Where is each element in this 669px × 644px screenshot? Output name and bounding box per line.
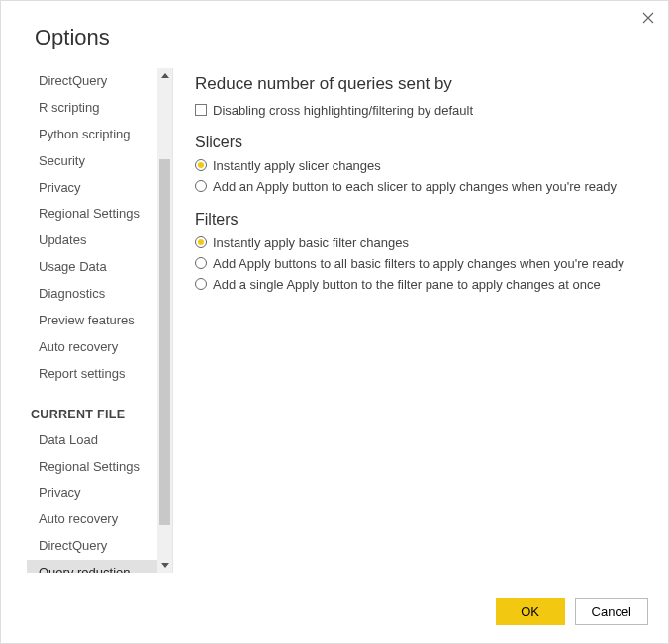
radio-icon: [195, 159, 207, 171]
sidebar-item-directquery-file[interactable]: DirectQuery: [27, 533, 157, 560]
radio-filter-apply-each[interactable]: Add Apply buttons to all basic filters t…: [195, 255, 648, 273]
radio-label: Instantly apply slicer changes: [213, 157, 381, 175]
radio-icon: [195, 257, 207, 269]
radio-icon: [195, 278, 207, 290]
radio-label: Instantly apply basic filter changes: [213, 234, 409, 252]
radio-icon: [195, 180, 207, 192]
sidebar-item-usage-data[interactable]: Usage Data: [27, 254, 157, 281]
sidebar: DirectQuery R scripting Python scripting…: [27, 68, 173, 573]
sidebar-item-security[interactable]: Security: [27, 148, 157, 175]
content-pane: Reduce number of queries sent by Disabli…: [173, 68, 668, 573]
sidebar-item-auto-recovery-global[interactable]: Auto recovery: [27, 334, 157, 361]
sidebar-item-regional-global[interactable]: Regional Settings: [27, 201, 157, 228]
close-icon: [642, 10, 654, 27]
radio-icon: [195, 236, 207, 248]
sidebar-item-diagnostics[interactable]: Diagnostics: [27, 281, 157, 308]
sidebar-item-privacy-file[interactable]: Privacy: [27, 480, 157, 506]
sidebar-item-auto-recovery-file[interactable]: Auto recovery: [27, 506, 157, 533]
sidebar-item-r-scripting[interactable]: R scripting: [27, 95, 157, 122]
checkbox-label: Disabling cross highlighting/filtering b…: [213, 102, 473, 120]
sidebar-item-query-reduction[interactable]: Query reduction: [27, 560, 157, 573]
sidebar-section-current-file: CURRENT FILE: [27, 388, 157, 427]
radio-label: Add an Apply button to each slicer to ap…: [213, 178, 617, 196]
ok-button[interactable]: OK: [496, 598, 565, 625]
sidebar-item-regional-file[interactable]: Regional Settings: [27, 454, 157, 481]
scroll-down-icon[interactable]: [161, 563, 169, 568]
sidebar-list: DirectQuery R scripting Python scripting…: [27, 68, 157, 573]
sidebar-item-data-load[interactable]: Data Load: [27, 427, 157, 454]
radio-filter-apply-single[interactable]: Add a single Apply button to the filter …: [195, 276, 648, 294]
close-button[interactable]: [642, 11, 654, 27]
sidebar-item-preview-features[interactable]: Preview features: [27, 308, 157, 334]
sidebar-scrollbar[interactable]: [157, 68, 172, 573]
section-filters-title: Filters: [195, 211, 648, 229]
radio-slicer-apply-button[interactable]: Add an Apply button to each slicer to ap…: [195, 178, 648, 196]
dialog-footer: OK Cancel: [496, 598, 648, 625]
sidebar-item-python-scripting[interactable]: Python scripting: [27, 122, 157, 148]
sidebar-item-directquery-global[interactable]: DirectQuery: [27, 68, 157, 95]
section-reduce-title: Reduce number of queries sent by: [195, 74, 648, 94]
sidebar-item-privacy-global[interactable]: Privacy: [27, 175, 157, 202]
radio-filter-instant[interactable]: Instantly apply basic filter changes: [195, 234, 648, 252]
sidebar-item-updates[interactable]: Updates: [27, 228, 157, 254]
checkbox-icon: [195, 104, 207, 116]
cancel-button[interactable]: Cancel: [575, 598, 648, 625]
sidebar-item-report-settings-global[interactable]: Report settings: [27, 361, 157, 388]
checkbox-disable-cross-highlight[interactable]: Disabling cross highlighting/filtering b…: [195, 102, 648, 120]
section-slicers-title: Slicers: [195, 134, 648, 151]
scroll-up-icon[interactable]: [161, 73, 169, 78]
dialog-title: Options: [1, 1, 668, 68]
radio-label: Add a single Apply button to the filter …: [213, 276, 601, 294]
radio-label: Add Apply buttons to all basic filters t…: [213, 255, 624, 273]
scrollbar-thumb[interactable]: [159, 159, 170, 525]
radio-slicer-instant[interactable]: Instantly apply slicer changes: [195, 157, 648, 175]
